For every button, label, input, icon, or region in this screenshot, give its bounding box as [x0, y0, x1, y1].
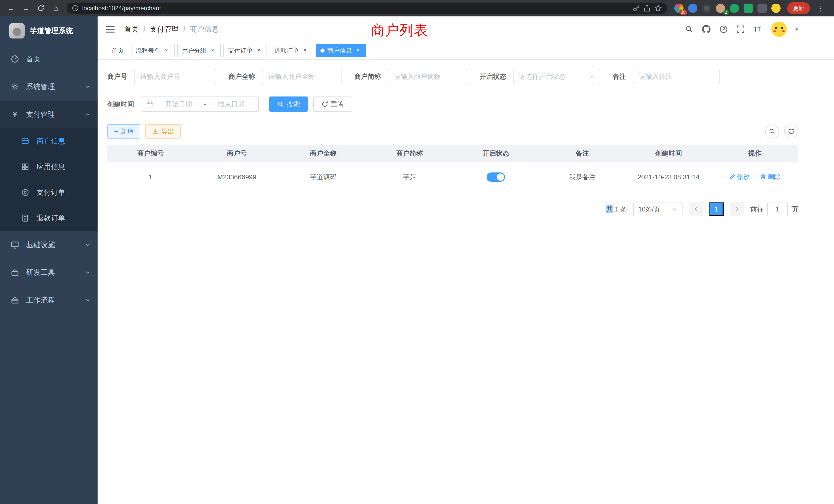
browser-extension-colorwheel-icon[interactable]: 10: [674, 4, 683, 13]
sidebar-item-workflow[interactable]: 工作流程: [0, 287, 97, 314]
fullscreen-icon[interactable]: [737, 25, 745, 33]
filter-short-name: 商户简称: [354, 69, 467, 84]
col-header-merchant-no: 商户号: [194, 145, 280, 162]
refresh-table-button[interactable]: [784, 124, 798, 138]
page-size-select[interactable]: 10条/页: [633, 202, 682, 216]
plus-icon: +: [114, 128, 118, 135]
browser-update-button[interactable]: 更新: [787, 2, 810, 14]
app-header: 首页 / 支付管理 / 商户信息 商户列表: [97, 17, 834, 42]
remark-input[interactable]: [633, 69, 720, 84]
add-button-label: 新增: [121, 127, 133, 136]
tab-close-icon[interactable]: ×: [209, 47, 216, 54]
add-button[interactable]: + 新增: [107, 124, 140, 139]
tab-label: 首页: [111, 46, 124, 55]
search-button[interactable]: 搜索: [269, 96, 308, 112]
sidebar-item-infrastructure[interactable]: 基础设施: [0, 231, 97, 259]
filter-status: 开启状态 请选择开启状态: [480, 69, 600, 84]
export-button[interactable]: 导出: [145, 124, 181, 139]
tab-close-icon[interactable]: ×: [163, 47, 170, 54]
browser-extension-dark-circle-icon[interactable]: [702, 4, 711, 13]
tabs-bar: 首页 流程表单 × 用户分组 × 支付订单 × 退款订单 ×: [97, 42, 834, 60]
create-time-range-picker[interactable]: 开始日期 - 结束日期: [141, 96, 259, 112]
next-page-button[interactable]: [730, 202, 744, 216]
tab-user-group[interactable]: 用户分组 ×: [177, 44, 221, 57]
forward-button[interactable]: →: [19, 1, 33, 15]
bookmark-star-icon[interactable]: [654, 4, 662, 12]
browser-toolbar: ← → ⌂ localhost:1024/pay/merchant 10: [0, 0, 834, 17]
tab-home[interactable]: 首页: [107, 44, 128, 57]
home-button[interactable]: ⌂: [49, 1, 63, 15]
status-select[interactable]: 请选择开启状态: [513, 69, 600, 84]
tab-close-icon[interactable]: ×: [302, 47, 309, 54]
breadcrumb-separator: /: [143, 25, 145, 33]
browser-extension-sheet-icon[interactable]: [744, 4, 753, 13]
full-name-input[interactable]: [262, 69, 342, 84]
browser-extension-smiley-icon[interactable]: [771, 4, 781, 13]
chevron-down-icon: [85, 242, 90, 247]
browser-extension-green-circle-icon[interactable]: [730, 4, 739, 13]
toggle-search-button[interactable]: [765, 124, 779, 138]
sidebar-item-merchant-info[interactable]: 商户信息: [0, 128, 97, 154]
tab-refund-order[interactable]: 退款订单 ×: [270, 44, 313, 57]
back-button[interactable]: ←: [4, 1, 18, 15]
sidebar-item-payment[interactable]: ¥ 支付管理: [0, 100, 97, 128]
tab-label: 支付订单: [228, 46, 253, 55]
tab-merchant-info[interactable]: 商户信息 ×: [316, 44, 366, 57]
help-icon[interactable]: [720, 25, 728, 33]
table-toolbar: + 新增 导出: [107, 124, 798, 139]
short-name-input[interactable]: [388, 69, 467, 84]
password-key-icon[interactable]: [633, 5, 640, 12]
tab-close-icon[interactable]: ×: [255, 47, 262, 54]
sidebar-item-label: 支付管理: [26, 110, 55, 119]
app-logo[interactable]: 芋道管理系统: [0, 17, 97, 45]
tab-close-icon[interactable]: ×: [354, 47, 361, 54]
page-content: 商户号 商户全称 商户简称 开启状态 请选择开启状态: [97, 60, 834, 504]
page-size-value: 10条/页: [638, 205, 660, 213]
sidebar-item-refund-order[interactable]: 退款订单: [0, 205, 97, 231]
tab-pay-order[interactable]: 支付订单 ×: [223, 44, 267, 57]
breadcrumb-payment[interactable]: 支付管理: [150, 24, 179, 34]
prev-page-button[interactable]: [689, 202, 703, 216]
caret-down-icon[interactable]: ▾: [795, 26, 798, 32]
edit-link[interactable]: 修改: [729, 173, 750, 181]
filter-remark: 备注: [613, 69, 720, 84]
reload-button[interactable]: [34, 1, 48, 15]
page-number-button[interactable]: 1: [709, 202, 724, 216]
goto-page-input[interactable]: [767, 202, 788, 216]
header-actions: TT ▾: [685, 22, 798, 37]
chevron-up-icon: [85, 112, 90, 117]
browser-extension-puzzle-icon[interactable]: [758, 4, 767, 13]
breadcrumb-home[interactable]: 首页: [124, 24, 139, 34]
font-size-icon[interactable]: TT: [753, 26, 761, 33]
sidebar-item-system[interactable]: 系统管理: [0, 73, 97, 100]
status-toggle[interactable]: [487, 173, 505, 182]
sidebar-item-pay-order[interactable]: 支付订单: [0, 180, 97, 205]
site-info-icon[interactable]: [72, 5, 79, 12]
share-icon[interactable]: [643, 5, 651, 12]
hamburger-icon[interactable]: [106, 26, 115, 33]
toolbox-icon: [10, 269, 20, 277]
search-icon: [277, 101, 284, 108]
delete-link[interactable]: 删除: [760, 173, 780, 181]
tab-label: 流程表单: [136, 46, 160, 55]
browser-extension-avatar-icon[interactable]: 1: [716, 4, 725, 13]
col-header-short-name: 商户简称: [367, 145, 453, 162]
sidebar-item-home[interactable]: 首页: [0, 45, 97, 73]
reset-button[interactable]: 重置: [313, 96, 352, 112]
sidebar-item-dev-tools[interactable]: 研发工具: [0, 259, 97, 287]
date-range-separator: -: [204, 100, 206, 108]
tab-label: 用户分组: [182, 46, 206, 55]
merchant-no-input[interactable]: [134, 69, 216, 84]
avatar[interactable]: [771, 22, 787, 37]
edit-pencil-icon: [729, 174, 736, 180]
credit-card-icon: [21, 137, 30, 145]
search-icon[interactable]: [685, 25, 693, 33]
browser-menu-icon[interactable]: ⋮: [814, 4, 827, 13]
browser-extension-drop-icon[interactable]: [688, 4, 697, 13]
chevron-down-icon: [85, 84, 90, 89]
sidebar-item-app-info[interactable]: 应用信息: [0, 154, 97, 180]
address-bar[interactable]: localhost:1024/pay/merchant: [67, 3, 667, 14]
tab-process-form[interactable]: 流程表单 ×: [131, 44, 175, 57]
github-icon[interactable]: [702, 25, 711, 33]
yen-icon: ¥: [10, 110, 20, 119]
